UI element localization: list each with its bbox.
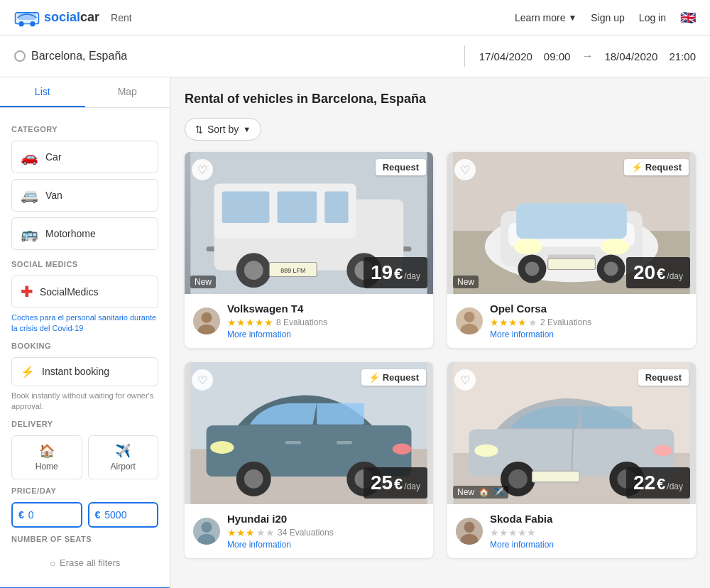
bolt-request-icon-3: ⚡ xyxy=(368,372,380,383)
svg-point-51 xyxy=(201,522,212,533)
covid-text: Coches para el personal sanitario durant… xyxy=(11,312,158,334)
car-stars-3: ★★★★★ xyxy=(227,527,275,538)
request-badge-3[interactable]: ⚡ Request xyxy=(361,369,426,386)
filter-motorhome[interactable]: 🚌 Motorhome xyxy=(11,217,158,250)
car-owner-row-1: Volkswagen T4 ★★★★★ 8 Evaluations More i… xyxy=(193,303,425,339)
price-per-2: /day xyxy=(667,271,683,281)
car-card-1: 889 LFM ♡ Request New 19 € /day xyxy=(185,152,433,348)
learn-more-menu[interactable]: Learn more ▼ xyxy=(515,12,577,23)
more-info-1[interactable]: More information xyxy=(227,330,425,339)
date-to[interactable]: 18/04/2020 xyxy=(604,50,657,62)
filter-car[interactable]: 🚗 Car xyxy=(11,141,158,173)
flag-icon[interactable]: 🇬🇧 xyxy=(680,10,696,26)
location-text[interactable]: Barcelona, España xyxy=(31,50,127,62)
avatar-2 xyxy=(456,307,483,334)
car-name-4: Skoda Fabia xyxy=(490,513,687,525)
request-badge-4[interactable]: Request xyxy=(638,369,689,386)
svg-rect-48 xyxy=(285,441,301,444)
car-stars-2: ★★★★★ xyxy=(490,317,537,328)
car-info-3: Hyundai i20 ★★★★★ 34 Evaluations More in… xyxy=(185,504,433,558)
tab-map[interactable]: Map xyxy=(85,77,170,107)
logo[interactable]: socialcar xyxy=(14,8,99,28)
delivery-home[interactable]: 🏠 Home xyxy=(11,435,82,479)
more-info-2[interactable]: More information xyxy=(490,330,687,339)
tab-list[interactable]: List xyxy=(0,77,85,107)
favorite-btn-1[interactable]: ♡ xyxy=(192,159,213,180)
sort-bar: ⇅ Sort by ▼ xyxy=(185,118,696,141)
svg-point-47 xyxy=(393,443,412,454)
svg-rect-49 xyxy=(337,441,352,444)
request-label-3: Request xyxy=(383,372,419,383)
svg-point-46 xyxy=(210,441,234,454)
request-label-4: Request xyxy=(645,372,682,383)
price-tag-3: 25 € /day xyxy=(364,467,427,499)
time-from[interactable]: 09:00 xyxy=(544,50,571,62)
car-name-2: Opel Corsa xyxy=(490,303,687,315)
price-max-input[interactable] xyxy=(104,509,151,521)
more-info-4[interactable]: More information xyxy=(490,540,687,550)
svg-rect-41 xyxy=(317,403,364,425)
booking-title: BOOKING xyxy=(11,342,158,350)
avatar-1 xyxy=(193,307,220,334)
car-image-wrapper-1: 889 LFM ♡ Request New 19 € /day xyxy=(185,152,433,294)
log-in-link[interactable]: Log in xyxy=(639,12,666,23)
price-per-3: /day xyxy=(404,481,420,491)
filter-van[interactable]: 🚐 Van xyxy=(11,179,158,212)
price-value-1: 19 xyxy=(371,261,393,284)
social-medics-title: SOCIAL MEDICS xyxy=(11,260,158,268)
price-min-input[interactable] xyxy=(28,509,75,521)
date-from[interactable]: 17/04/2020 xyxy=(479,50,532,62)
header-rent[interactable]: Rent xyxy=(111,12,132,23)
svg-rect-10 xyxy=(278,192,317,223)
car-name-1: Volkswagen T4 xyxy=(227,303,425,315)
request-badge-1[interactable]: Request xyxy=(376,159,426,175)
sidebar: List Map CATEGORY 🚗 Car 🚐 Van 🚌 Motorhom… xyxy=(0,77,170,588)
logo-icon xyxy=(14,8,40,28)
car-owner-row-2: Opel Corsa ★★★★★ 2 Evaluations More info… xyxy=(456,303,687,339)
header: socialcar Rent Learn more ▼ Sign up Log … xyxy=(0,0,710,36)
car-details-1: Volkswagen T4 ★★★★★ 8 Evaluations More i… xyxy=(227,303,425,339)
car-name-3: Hyundai i20 xyxy=(227,513,425,525)
page-title: Rental of vehicles in Barcelona, España xyxy=(185,92,696,107)
price-euro-4: € xyxy=(657,475,665,494)
car-image-wrapper-4: ♡ Request New 🏠 ✈️ 22 € /day xyxy=(447,362,696,504)
car-card-4: ♡ Request New 🏠 ✈️ 22 € /day xyxy=(447,362,696,558)
bolt-icon: ⚡ xyxy=(21,365,35,379)
favorite-btn-3[interactable]: ♡ xyxy=(192,369,213,391)
search-bar: Barcelona, España 17/04/2020 09:00 → 18/… xyxy=(0,36,710,77)
delivery-airport[interactable]: ✈️ Airport xyxy=(88,435,159,479)
erase-icon: ○ xyxy=(50,557,55,569)
social-medics-badge[interactable]: ✚ SocialMedics xyxy=(11,276,158,308)
category-title: CATEGORY xyxy=(11,125,158,134)
main-layout: List Map CATEGORY 🚗 Car 🚐 Van 🚌 Motorhom… xyxy=(0,77,710,588)
svg-rect-34 xyxy=(548,258,596,270)
erase-filters-btn[interactable]: ○ Erase all filters xyxy=(11,550,158,576)
time-to[interactable]: 21:00 xyxy=(669,50,696,62)
request-badge-2[interactable]: ⚡ Request xyxy=(624,159,689,175)
logo-text: socialcar xyxy=(44,10,99,25)
seats-title: NUMBER OF SEATS xyxy=(11,535,158,543)
price-tag-4: 22 € /day xyxy=(626,467,690,499)
svg-point-19 xyxy=(201,312,212,323)
sort-icon: ⇅ xyxy=(195,124,203,135)
location-section[interactable]: Barcelona, España xyxy=(14,50,450,62)
social-medics-label: SocialMedics xyxy=(40,286,98,298)
learn-more-label: Learn more xyxy=(515,12,566,23)
svg-rect-11 xyxy=(324,192,348,223)
svg-point-33 xyxy=(604,261,618,276)
favorite-btn-2[interactable]: ♡ xyxy=(454,159,476,180)
chevron-down-icon: ▼ xyxy=(568,13,577,23)
sign-up-link[interactable]: Sign up xyxy=(591,12,624,23)
bolt-request-icon: ⚡ xyxy=(631,162,643,173)
favorite-btn-4[interactable]: ♡ xyxy=(454,369,476,391)
price-value-2: 20 xyxy=(633,261,655,284)
instant-booking-filter[interactable]: ⚡ Instant booking xyxy=(11,357,158,386)
delivery-home-label: Home xyxy=(36,462,58,472)
cars-grid: 889 LFM ♡ Request New 19 € /day xyxy=(185,152,696,558)
price-title: PRICE/DAY xyxy=(11,486,158,495)
more-info-3[interactable]: More information xyxy=(227,540,425,550)
sort-by-button[interactable]: ⇅ Sort by ▼ xyxy=(185,118,261,141)
car-image-wrapper-2: ♡ ⚡ Request New 20 € /day xyxy=(447,152,696,294)
price-per-4: /day xyxy=(667,481,683,491)
request-label-1: Request xyxy=(383,162,419,173)
